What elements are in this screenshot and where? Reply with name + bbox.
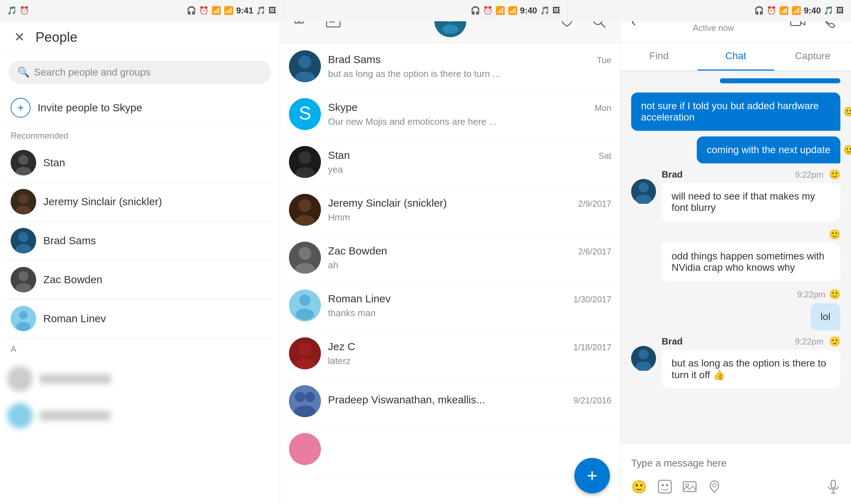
chat-list: Brad Sams Tue but as long as the option …: [280, 43, 620, 504]
invite-row[interactable]: + Invite people to Skype: [0, 91, 280, 125]
message-input[interactable]: [631, 450, 840, 476]
search-icon: 🔍: [17, 66, 30, 78]
fab-new-chat[interactable]: +: [574, 458, 610, 493]
people-header: ✕ People: [0, 21, 280, 54]
close-button[interactable]: ✕: [11, 28, 28, 46]
chat-name-stan: Stan: [328, 149, 350, 161]
chat-preview-brad: but as long as the option is there to tu…: [328, 68, 611, 79]
status-bar-right: 🎧 ⏰ 📶 📶 9:40 🎵 🖼: [568, 0, 851, 21]
chat-preview-zac: ah: [328, 260, 611, 271]
contact-name-jeremy: Jeremy Sinclair (snickler): [43, 196, 162, 208]
chat-item-pradeep[interactable]: Pradeep Viswanathan, mkeallis... 9/21/20…: [280, 377, 620, 425]
brad-avatar-msg1: [631, 179, 656, 204]
wifi-icon-m: 📶: [495, 6, 505, 15]
msg-sender-row-font: Brad 9:22pm 🙂: [662, 169, 840, 180]
chat-preview-jezc: laterz: [328, 355, 611, 366]
msg-received-option: Brad 9:22pm 🙂 but as long as the option …: [631, 336, 840, 388]
chat-content-stan: Stan Sat yea: [328, 149, 611, 175]
chat-time-jeremy: 2/9/2017: [578, 199, 611, 209]
contact-name-stan: Stan: [43, 157, 65, 169]
svg-rect-64: [683, 482, 696, 492]
chat-item-brad[interactable]: Brad Sams Tue but as long as the option …: [280, 43, 620, 90]
chat-avatar-jezc: [289, 337, 321, 369]
svg-point-66: [713, 483, 716, 487]
emoji-react-option[interactable]: 🙂: [829, 336, 840, 347]
chat-item-zac[interactable]: Zac Bowden 2/6/2017 ah: [280, 234, 620, 282]
chat-time-jezc: 1/18/2017: [573, 342, 611, 352]
contact-stan[interactable]: Stan: [0, 144, 280, 182]
bubble-wrap-font: Brad 9:22pm 🙂 will need to see if that m…: [662, 169, 840, 221]
spotify-icon-r: 🎵: [824, 6, 833, 15]
msg-sender-row-nvidia: 🙂: [662, 229, 840, 240]
search-bar[interactable]: 🔍 Search people and groups: [9, 61, 271, 84]
sticker-icon-btn[interactable]: [658, 480, 672, 497]
emoji-react-lol[interactable]: 🙂: [829, 289, 840, 300]
svg-point-65: [686, 484, 689, 487]
contact-jeremy[interactable]: Jeremy Sinclair (snickler): [0, 183, 280, 221]
bubble-sent-hw: not sure if I told you but added hardwar…: [631, 93, 840, 131]
chat-avatar-partial: [289, 433, 321, 465]
msg-received-nvidia: 🙂 odd things happen sometimes with NVidi…: [631, 229, 840, 281]
blurred-contacts: [0, 357, 280, 438]
spotify-icon-m: 🎵: [540, 6, 550, 15]
chat-item-partial[interactable]: [280, 425, 620, 473]
emoji-react-nvidia[interactable]: 🙂: [829, 229, 840, 240]
msg-sender-row-option: Brad 9:22pm 🙂: [662, 336, 840, 347]
chat-item-skype[interactable]: S Skype Mon Our new Mojis and emoticons …: [280, 90, 620, 138]
image-icon-btn[interactable]: [683, 480, 697, 497]
chat-time-skype: Mon: [595, 103, 611, 113]
contact-brad[interactable]: Brad Sams: [0, 222, 280, 260]
msg-text-update: coming with the next update: [707, 144, 830, 155]
status-bars: 🎵 ⏰ 🎧 ⏰ 📶 📶 9:41 🎵 🖼 🎧 ⏰ 📶 📶 9:40 🎵 🖼 🎧 …: [0, 0, 851, 21]
chat-item-jezc[interactable]: Jez C 1/18/2017 laterz: [280, 330, 620, 377]
svg-point-38: [299, 199, 311, 212]
chat-item-jeremy[interactable]: Jeremy Sinclair (snickler) 2/9/2017 Hmm: [280, 186, 620, 234]
invite-label: Invite people to Skype: [38, 102, 142, 114]
signal-icon-m: 📶: [508, 6, 517, 15]
emoji-icon-btn[interactable]: 🙂: [631, 480, 647, 497]
chat-content-jezc: Jez C 1/18/2017 laterz: [328, 341, 611, 366]
people-title: People: [35, 30, 77, 45]
msg-time-option: 9:22pm: [795, 337, 823, 347]
emoji-react-update[interactable]: 🙂: [843, 145, 851, 156]
bubble-received-nvidia: odd things happen sometimes with NVidia …: [662, 243, 840, 281]
svg-point-45: [296, 309, 314, 320]
chat-avatar-stan: [289, 146, 321, 178]
svg-point-1: [18, 155, 28, 165]
headphone-icon-m: 🎧: [471, 6, 480, 15]
bubble-wrap-option: Brad 9:22pm 🙂 but as long as the option …: [662, 336, 840, 388]
alarm-icon: ⏰: [199, 6, 208, 15]
tab-capture[interactable]: Capture: [774, 43, 851, 71]
chat-avatar-brad: [289, 50, 321, 82]
microphone-icon-btn[interactable]: [826, 480, 840, 497]
svg-rect-67: [831, 480, 835, 488]
chat-item-stan[interactable]: Stan Sat yea: [280, 138, 620, 186]
status-bar-left: 🎵 ⏰ 🎧 ⏰ 📶 📶 9:41 🎵 🖼: [0, 0, 283, 21]
time-middle: 9:40: [520, 6, 537, 16]
chat-item-roman[interactable]: Roman Linev 1/30/2017 thanks man: [280, 282, 620, 330]
settings-icon: ⏰: [20, 6, 29, 15]
wifi-icon: 📶: [211, 6, 221, 15]
chat-tabs: Find Chat Capture: [621, 43, 851, 71]
msg-time-lol: 9:22pm: [797, 290, 825, 299]
contact-roman[interactable]: Roman Linev: [0, 299, 280, 338]
chat-preview-skype: Our new Mojis and emoticons are here ...: [328, 116, 611, 127]
msg-received-font: Brad 9:22pm 🙂 will need to see if that m…: [631, 169, 840, 221]
emoji-react-hw[interactable]: 🙂: [843, 106, 851, 117]
headphone-icon-r: 🎧: [754, 6, 764, 15]
chat-time-roman: 1/30/2017: [573, 295, 611, 304]
tab-find[interactable]: Find: [621, 43, 697, 71]
contact-zac[interactable]: Zac Bowden: [0, 261, 280, 299]
avatar-roman: [11, 306, 36, 331]
spotify-icon: 🎵: [7, 6, 17, 15]
tab-chat[interactable]: Chat: [697, 43, 774, 71]
svg-point-63: [666, 484, 668, 486]
avatar-brad: [11, 228, 36, 253]
location-icon-btn[interactable]: [707, 480, 722, 497]
time-left: 9:41: [236, 6, 253, 16]
chat-list-panel: Brad Sams Tue but as long as the option …: [280, 0, 621, 504]
contact-name-brad: Brad Sams: [43, 235, 96, 247]
emoji-react-font[interactable]: 🙂: [829, 169, 840, 180]
svg-text:S: S: [299, 103, 311, 123]
chat-name-skype: Skype: [328, 101, 357, 113]
